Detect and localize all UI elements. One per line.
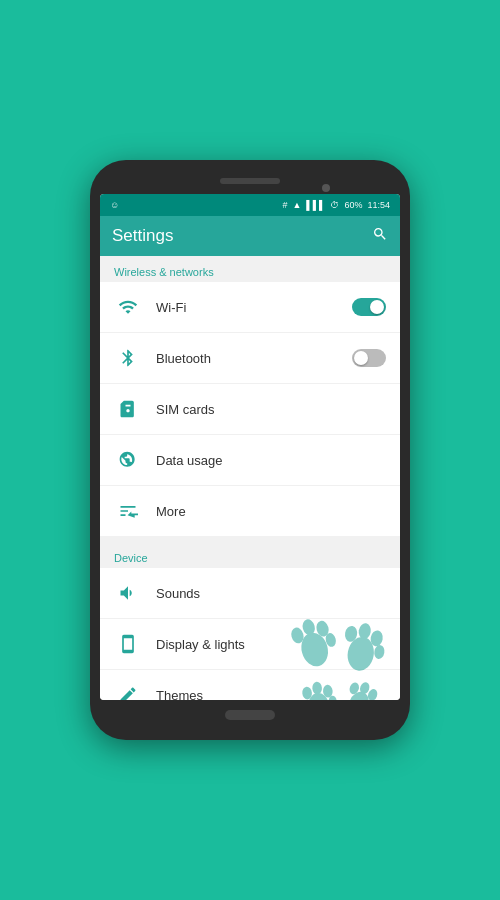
screen: ☺ # ▲ ▌▌▌ ⏱ 60% 11:54 Settings Wirel — [100, 194, 400, 700]
datausage-label: Data usage — [156, 453, 386, 468]
bluetooth-toggle[interactable] — [352, 349, 386, 367]
status-bar: ☺ # ▲ ▌▌▌ ⏱ 60% 11:54 — [100, 194, 400, 216]
themes-label: Themes — [156, 688, 386, 701]
sound-icon — [114, 579, 142, 607]
themes-icon — [114, 681, 142, 700]
face-icon: ☺ — [110, 200, 119, 210]
phone-camera — [322, 184, 330, 192]
setting-item-bluetooth[interactable]: Bluetooth — [100, 333, 400, 384]
time-text: 11:54 — [367, 200, 390, 210]
simcards-label: SIM cards — [156, 402, 386, 417]
setting-item-datausage[interactable]: Data usage — [100, 435, 400, 486]
battery-text: 60% — [344, 200, 362, 210]
clock-icon: ⏱ — [330, 200, 339, 210]
more-label: More — [156, 504, 386, 519]
page-title: Settings — [112, 226, 173, 246]
display-label: Display & lights — [156, 637, 386, 652]
wifi-toggle[interactable] — [352, 298, 386, 316]
setting-item-sounds[interactable]: Sounds — [100, 568, 400, 619]
setting-item-more[interactable]: More — [100, 486, 400, 536]
status-left: ☺ — [110, 200, 119, 210]
setting-item-wifi[interactable]: Wi-Fi — [100, 282, 400, 333]
status-right: # ▲ ▌▌▌ ⏱ 60% 11:54 — [282, 200, 390, 210]
section-wireless: Wi-Fi Bluetooth — [100, 282, 400, 536]
setting-item-simcards[interactable]: SIM cards — [100, 384, 400, 435]
signal-icon: # — [282, 200, 287, 210]
wifi-status-icon: ▲ — [292, 200, 301, 210]
wifi-icon — [114, 293, 142, 321]
phone-frame: ☺ # ▲ ▌▌▌ ⏱ 60% 11:54 Settings Wirel — [90, 160, 410, 740]
wifi-label: Wi-Fi — [156, 300, 352, 315]
section-header-wireless: Wireless & networks — [100, 256, 400, 282]
data-icon — [114, 446, 142, 474]
sounds-label: Sounds — [156, 586, 386, 601]
phone-speaker — [220, 178, 280, 184]
phone-home-button[interactable] — [225, 710, 275, 720]
section-device: Sounds Display & lights — [100, 568, 400, 700]
bluetooth-icon — [114, 344, 142, 372]
settings-content: Wireless & networks Wi-Fi — [100, 256, 400, 700]
display-icon — [114, 630, 142, 658]
setting-item-display[interactable]: Display & lights — [100, 619, 400, 670]
more-icon — [114, 497, 142, 525]
sim-icon — [114, 395, 142, 423]
bluetooth-label: Bluetooth — [156, 351, 352, 366]
search-button[interactable] — [372, 226, 388, 246]
section-header-device: Device — [100, 542, 400, 568]
toolbar: Settings — [100, 216, 400, 256]
bars-icon: ▌▌▌ — [306, 200, 325, 210]
setting-item-themes[interactable]: Themes — [100, 670, 400, 700]
